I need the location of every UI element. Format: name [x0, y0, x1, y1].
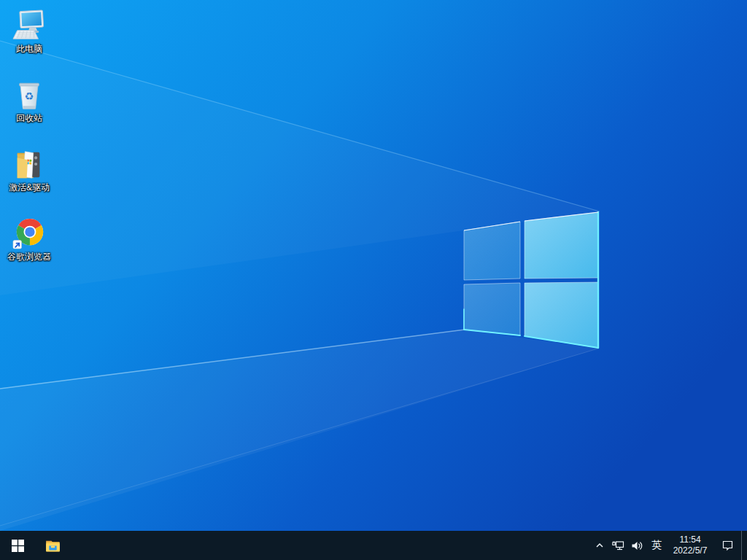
desktop-icon-activation-drivers[interactable]: 激活&驱动: [1, 147, 58, 192]
svg-text:♻: ♻: [25, 90, 34, 102]
network-tray-button[interactable]: [608, 531, 627, 560]
desktop-icon-column: 此电脑 ♻ 回收站: [1, 9, 58, 262]
file-explorer-button[interactable]: [35, 531, 70, 560]
volume-tray-button[interactable]: [627, 531, 646, 560]
language-indicator-text: 英: [651, 539, 662, 552]
taskbar: 英 11:54 2022/5/7: [0, 531, 747, 560]
start-button[interactable]: [0, 531, 35, 560]
system-tray: 英 11:54 2022/5/7: [591, 531, 747, 560]
language-indicator[interactable]: 英: [646, 531, 667, 560]
show-desktop-button[interactable]: [741, 531, 747, 560]
desktop-icon-this-pc[interactable]: 此电脑: [1, 9, 58, 54]
volume-speaker-icon: [631, 540, 643, 551]
hidden-icons-chevron-button[interactable]: [591, 531, 608, 560]
chevron-up-icon: [595, 540, 605, 551]
file-explorer-icon: [44, 537, 62, 555]
recycle-bin-icon: ♻: [12, 78, 46, 112]
clock-time: 11:54: [679, 534, 700, 545]
desktop-area[interactable]: 此电脑 ♻ 回收站: [0, 0, 747, 531]
network-ethernet-icon: [612, 540, 624, 551]
chrome-icon: [12, 217, 46, 250]
icon-label-recycle-bin: 回收站: [16, 113, 42, 123]
this-pc-icon: [12, 9, 46, 42]
action-center-icon: [721, 540, 734, 551]
taskbar-clock[interactable]: 11:54 2022/5/7: [667, 531, 713, 560]
shortcut-arrow-overlay: [13, 241, 21, 249]
desktop-icon-google-chrome[interactable]: 谷歌浏览器: [1, 217, 58, 262]
windows-desktop-screen: 此电脑 ♻ 回收站: [0, 0, 747, 560]
windows10-light-wallpaper: [0, 0, 747, 531]
folder-icon: [12, 147, 46, 181]
clock-date: 2022/5/7: [673, 545, 708, 556]
desktop-icon-recycle-bin[interactable]: ♻ 回收站: [1, 78, 58, 123]
icon-label-this-pc: 此电脑: [16, 44, 42, 54]
windows-start-icon: [12, 540, 24, 552]
icon-label-activation-drivers: 激活&驱动: [9, 182, 50, 192]
icon-label-google-chrome: 谷歌浏览器: [7, 252, 51, 262]
action-center-button[interactable]: [713, 531, 741, 560]
